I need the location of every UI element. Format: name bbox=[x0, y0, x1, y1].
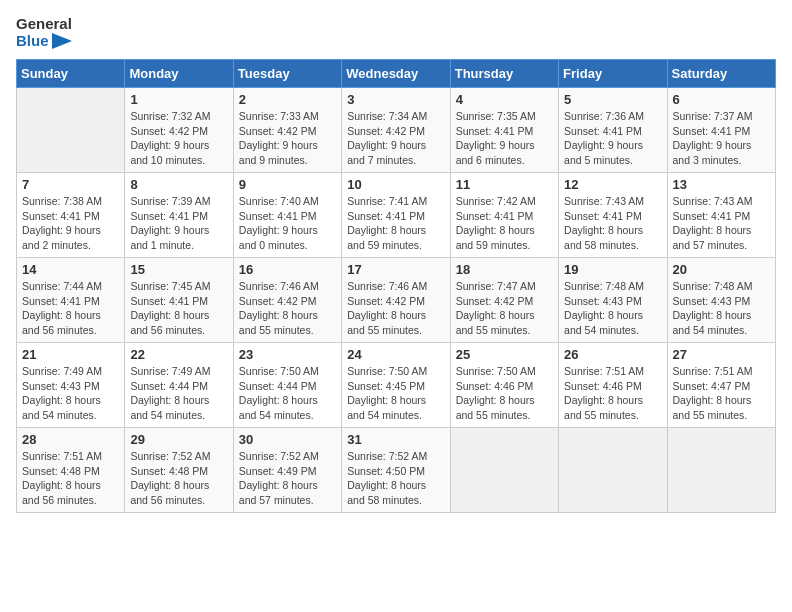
calendar-cell: 3Sunrise: 7:34 AM Sunset: 4:42 PM Daylig… bbox=[342, 88, 450, 173]
header-day-tuesday: Tuesday bbox=[233, 60, 341, 88]
calendar-table: SundayMondayTuesdayWednesdayThursdayFrid… bbox=[16, 59, 776, 513]
logo-blue: Blue bbox=[16, 33, 72, 50]
day-info: Sunrise: 7:51 AM Sunset: 4:46 PM Dayligh… bbox=[564, 364, 661, 423]
week-row-4: 21Sunrise: 7:49 AM Sunset: 4:43 PM Dayli… bbox=[17, 343, 776, 428]
calendar-cell: 22Sunrise: 7:49 AM Sunset: 4:44 PM Dayli… bbox=[125, 343, 233, 428]
day-number: 12 bbox=[564, 177, 661, 192]
calendar-cell: 7Sunrise: 7:38 AM Sunset: 4:41 PM Daylig… bbox=[17, 173, 125, 258]
day-number: 11 bbox=[456, 177, 553, 192]
day-number: 6 bbox=[673, 92, 770, 107]
day-info: Sunrise: 7:45 AM Sunset: 4:41 PM Dayligh… bbox=[130, 279, 227, 338]
day-info: Sunrise: 7:39 AM Sunset: 4:41 PM Dayligh… bbox=[130, 194, 227, 253]
day-info: Sunrise: 7:51 AM Sunset: 4:48 PM Dayligh… bbox=[22, 449, 119, 508]
calendar-cell: 31Sunrise: 7:52 AM Sunset: 4:50 PM Dayli… bbox=[342, 428, 450, 513]
header-day-sunday: Sunday bbox=[17, 60, 125, 88]
day-number: 20 bbox=[673, 262, 770, 277]
day-info: Sunrise: 7:41 AM Sunset: 4:41 PM Dayligh… bbox=[347, 194, 444, 253]
header-day-wednesday: Wednesday bbox=[342, 60, 450, 88]
day-number: 2 bbox=[239, 92, 336, 107]
logo-container: General Blue bbox=[16, 16, 72, 49]
calendar-cell: 17Sunrise: 7:46 AM Sunset: 4:42 PM Dayli… bbox=[342, 258, 450, 343]
header-day-monday: Monday bbox=[125, 60, 233, 88]
day-info: Sunrise: 7:50 AM Sunset: 4:44 PM Dayligh… bbox=[239, 364, 336, 423]
day-number: 9 bbox=[239, 177, 336, 192]
day-info: Sunrise: 7:38 AM Sunset: 4:41 PM Dayligh… bbox=[22, 194, 119, 253]
day-number: 18 bbox=[456, 262, 553, 277]
calendar-cell bbox=[559, 428, 667, 513]
calendar-cell: 4Sunrise: 7:35 AM Sunset: 4:41 PM Daylig… bbox=[450, 88, 558, 173]
calendar-header-row: SundayMondayTuesdayWednesdayThursdayFrid… bbox=[17, 60, 776, 88]
day-info: Sunrise: 7:47 AM Sunset: 4:42 PM Dayligh… bbox=[456, 279, 553, 338]
week-row-2: 7Sunrise: 7:38 AM Sunset: 4:41 PM Daylig… bbox=[17, 173, 776, 258]
week-row-3: 14Sunrise: 7:44 AM Sunset: 4:41 PM Dayli… bbox=[17, 258, 776, 343]
day-number: 16 bbox=[239, 262, 336, 277]
calendar-body: 1Sunrise: 7:32 AM Sunset: 4:42 PM Daylig… bbox=[17, 88, 776, 513]
header: General Blue bbox=[16, 16, 776, 49]
day-info: Sunrise: 7:52 AM Sunset: 4:49 PM Dayligh… bbox=[239, 449, 336, 508]
day-number: 21 bbox=[22, 347, 119, 362]
day-info: Sunrise: 7:32 AM Sunset: 4:42 PM Dayligh… bbox=[130, 109, 227, 168]
calendar-cell: 10Sunrise: 7:41 AM Sunset: 4:41 PM Dayli… bbox=[342, 173, 450, 258]
calendar-cell: 2Sunrise: 7:33 AM Sunset: 4:42 PM Daylig… bbox=[233, 88, 341, 173]
day-number: 27 bbox=[673, 347, 770, 362]
logo: General Blue bbox=[16, 16, 72, 49]
day-number: 29 bbox=[130, 432, 227, 447]
calendar-cell: 30Sunrise: 7:52 AM Sunset: 4:49 PM Dayli… bbox=[233, 428, 341, 513]
day-number: 30 bbox=[239, 432, 336, 447]
day-number: 14 bbox=[22, 262, 119, 277]
header-day-thursday: Thursday bbox=[450, 60, 558, 88]
day-number: 8 bbox=[130, 177, 227, 192]
day-info: Sunrise: 7:48 AM Sunset: 4:43 PM Dayligh… bbox=[564, 279, 661, 338]
calendar-cell: 6Sunrise: 7:37 AM Sunset: 4:41 PM Daylig… bbox=[667, 88, 775, 173]
calendar-cell: 5Sunrise: 7:36 AM Sunset: 4:41 PM Daylig… bbox=[559, 88, 667, 173]
day-info: Sunrise: 7:42 AM Sunset: 4:41 PM Dayligh… bbox=[456, 194, 553, 253]
day-info: Sunrise: 7:44 AM Sunset: 4:41 PM Dayligh… bbox=[22, 279, 119, 338]
calendar-cell: 20Sunrise: 7:48 AM Sunset: 4:43 PM Dayli… bbox=[667, 258, 775, 343]
day-info: Sunrise: 7:50 AM Sunset: 4:46 PM Dayligh… bbox=[456, 364, 553, 423]
calendar-cell: 11Sunrise: 7:42 AM Sunset: 4:41 PM Dayli… bbox=[450, 173, 558, 258]
day-number: 4 bbox=[456, 92, 553, 107]
calendar-cell: 23Sunrise: 7:50 AM Sunset: 4:44 PM Dayli… bbox=[233, 343, 341, 428]
day-info: Sunrise: 7:50 AM Sunset: 4:45 PM Dayligh… bbox=[347, 364, 444, 423]
calendar-cell: 14Sunrise: 7:44 AM Sunset: 4:41 PM Dayli… bbox=[17, 258, 125, 343]
day-number: 17 bbox=[347, 262, 444, 277]
day-number: 22 bbox=[130, 347, 227, 362]
calendar-cell: 12Sunrise: 7:43 AM Sunset: 4:41 PM Dayli… bbox=[559, 173, 667, 258]
day-number: 3 bbox=[347, 92, 444, 107]
calendar-cell: 18Sunrise: 7:47 AM Sunset: 4:42 PM Dayli… bbox=[450, 258, 558, 343]
day-info: Sunrise: 7:52 AM Sunset: 4:48 PM Dayligh… bbox=[130, 449, 227, 508]
week-row-5: 28Sunrise: 7:51 AM Sunset: 4:48 PM Dayli… bbox=[17, 428, 776, 513]
calendar-cell: 1Sunrise: 7:32 AM Sunset: 4:42 PM Daylig… bbox=[125, 88, 233, 173]
svg-marker-0 bbox=[52, 33, 72, 49]
week-row-1: 1Sunrise: 7:32 AM Sunset: 4:42 PM Daylig… bbox=[17, 88, 776, 173]
calendar-cell: 9Sunrise: 7:40 AM Sunset: 4:41 PM Daylig… bbox=[233, 173, 341, 258]
logo-general: General bbox=[16, 16, 72, 33]
calendar-cell: 24Sunrise: 7:50 AM Sunset: 4:45 PM Dayli… bbox=[342, 343, 450, 428]
day-number: 23 bbox=[239, 347, 336, 362]
day-number: 24 bbox=[347, 347, 444, 362]
day-info: Sunrise: 7:46 AM Sunset: 4:42 PM Dayligh… bbox=[239, 279, 336, 338]
day-number: 7 bbox=[22, 177, 119, 192]
day-info: Sunrise: 7:48 AM Sunset: 4:43 PM Dayligh… bbox=[673, 279, 770, 338]
calendar-cell: 29Sunrise: 7:52 AM Sunset: 4:48 PM Dayli… bbox=[125, 428, 233, 513]
calendar-cell: 15Sunrise: 7:45 AM Sunset: 4:41 PM Dayli… bbox=[125, 258, 233, 343]
day-info: Sunrise: 7:43 AM Sunset: 4:41 PM Dayligh… bbox=[564, 194, 661, 253]
day-info: Sunrise: 7:52 AM Sunset: 4:50 PM Dayligh… bbox=[347, 449, 444, 508]
day-number: 1 bbox=[130, 92, 227, 107]
day-info: Sunrise: 7:51 AM Sunset: 4:47 PM Dayligh… bbox=[673, 364, 770, 423]
calendar-cell: 21Sunrise: 7:49 AM Sunset: 4:43 PM Dayli… bbox=[17, 343, 125, 428]
day-info: Sunrise: 7:35 AM Sunset: 4:41 PM Dayligh… bbox=[456, 109, 553, 168]
header-day-saturday: Saturday bbox=[667, 60, 775, 88]
day-number: 13 bbox=[673, 177, 770, 192]
calendar-cell: 27Sunrise: 7:51 AM Sunset: 4:47 PM Dayli… bbox=[667, 343, 775, 428]
day-number: 31 bbox=[347, 432, 444, 447]
calendar-cell: 16Sunrise: 7:46 AM Sunset: 4:42 PM Dayli… bbox=[233, 258, 341, 343]
day-number: 28 bbox=[22, 432, 119, 447]
calendar-cell: 25Sunrise: 7:50 AM Sunset: 4:46 PM Dayli… bbox=[450, 343, 558, 428]
day-info: Sunrise: 7:46 AM Sunset: 4:42 PM Dayligh… bbox=[347, 279, 444, 338]
day-info: Sunrise: 7:49 AM Sunset: 4:44 PM Dayligh… bbox=[130, 364, 227, 423]
calendar-cell: 28Sunrise: 7:51 AM Sunset: 4:48 PM Dayli… bbox=[17, 428, 125, 513]
calendar-cell: 19Sunrise: 7:48 AM Sunset: 4:43 PM Dayli… bbox=[559, 258, 667, 343]
day-number: 19 bbox=[564, 262, 661, 277]
day-info: Sunrise: 7:36 AM Sunset: 4:41 PM Dayligh… bbox=[564, 109, 661, 168]
